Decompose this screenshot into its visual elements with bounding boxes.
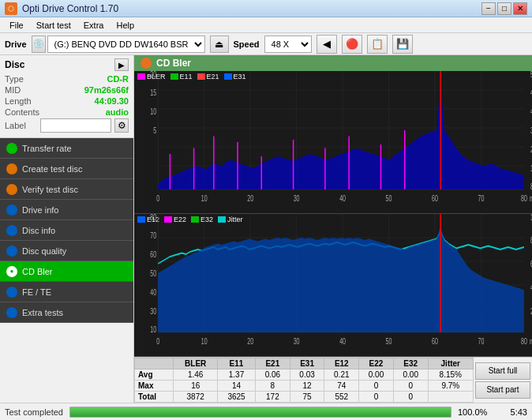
nav-label-create-test-disc: Create test disc xyxy=(22,164,82,174)
svg-text:50: 50 xyxy=(386,337,392,347)
chart-bottom: E12 E22 E32 Jitter xyxy=(134,214,532,357)
svg-text:50: 50 xyxy=(150,269,156,279)
svg-text:70: 70 xyxy=(478,194,485,204)
save-button[interactable]: 💾 xyxy=(392,35,413,54)
progress-bar-fill xyxy=(70,407,451,417)
nav-item-fe-te[interactable]: FE / TE xyxy=(0,282,133,302)
nav-icon-extra-tests xyxy=(6,307,17,318)
stats-avg-e31: 0.03 xyxy=(290,369,324,381)
svg-text:20: 20 xyxy=(150,71,156,79)
svg-text:40: 40 xyxy=(150,288,156,298)
bottom-chart-svg: 80 70 60 50 40 30 10 0 10 20 30 40 50 xyxy=(134,214,532,356)
nav-icon-disc-info xyxy=(6,225,17,236)
menu-start-test[interactable]: Start test xyxy=(30,20,77,31)
nav-icon-fe-te xyxy=(6,287,17,298)
svg-text:40: 40 xyxy=(339,194,346,204)
nav-item-drive-info[interactable]: Drive info xyxy=(0,200,133,220)
svg-text:0: 0 xyxy=(156,337,159,347)
stats-buttons: Start full Start part xyxy=(474,358,532,403)
nav-icon-verify-test-disc xyxy=(6,184,17,195)
stats-header-e31: E31 xyxy=(290,358,324,369)
start-part-button[interactable]: Start part xyxy=(475,381,530,399)
drive-type-icon: 💿 xyxy=(32,36,46,53)
minimize-button[interactable]: − xyxy=(481,2,496,15)
disc-mid-label: MID xyxy=(5,85,21,95)
status-percent: 100.0% xyxy=(458,407,489,417)
stats-header-e11: E11 xyxy=(218,358,256,369)
nav-label-drive-info: Drive info xyxy=(22,205,58,215)
svg-text:70: 70 xyxy=(150,231,156,241)
chart-title: CD Bler xyxy=(156,58,191,69)
stats-total-bler: 3872 xyxy=(174,392,218,403)
svg-text:10: 10 xyxy=(150,107,156,117)
menu-file[interactable]: File xyxy=(3,20,30,31)
stats-row-avg: Avg 1.46 1.37 0.06 0.03 0.21 0.00 0.00 8… xyxy=(135,369,474,381)
svg-text:0: 0 xyxy=(156,194,159,204)
disc-label-gear-button[interactable]: ⚙ xyxy=(114,118,129,133)
menu-help[interactable]: Help xyxy=(110,20,140,31)
erase-button[interactable]: 🔴 xyxy=(342,35,362,54)
disc-label-input[interactable] xyxy=(40,118,111,133)
svg-text:40: 40 xyxy=(339,337,346,347)
nav-item-verify-test-disc[interactable]: Verify test disc xyxy=(0,179,133,200)
eject-button[interactable]: ⏏ xyxy=(210,36,229,53)
stats-avg-e11: 1.37 xyxy=(218,369,256,381)
stats-row-max: Max 16 14 8 12 74 0 0 9.7% xyxy=(135,381,474,392)
nav-item-create-test-disc[interactable]: Create test disc xyxy=(0,159,133,179)
start-full-button[interactable]: Start full xyxy=(475,362,530,380)
close-button[interactable]: ✕ xyxy=(513,2,527,15)
stats-total-jitter xyxy=(428,392,473,403)
svg-text:20: 20 xyxy=(247,337,253,347)
svg-text:80: 80 xyxy=(150,214,156,222)
nav-label-disc-info: Disc info xyxy=(22,226,55,235)
disc-label-label: Label xyxy=(5,121,26,130)
svg-text:60: 60 xyxy=(150,250,156,260)
nav-label-extra-tests: Extra tests xyxy=(22,308,63,317)
nav-item-disc-info[interactable]: Disc info xyxy=(0,220,133,241)
speed-back-button[interactable]: ◀ xyxy=(317,35,337,54)
nav-item-extra-tests[interactable]: Extra tests xyxy=(0,302,133,323)
stats-total-label: Total xyxy=(135,392,174,403)
stats-total-e22: 0 xyxy=(359,392,394,403)
charts-wrapper: BLER E11 E21 E31 xyxy=(134,71,532,357)
stats-total-e11: 3625 xyxy=(218,392,256,403)
disc-expand-button[interactable]: ▶ xyxy=(114,58,129,71)
svg-text:50: 50 xyxy=(386,194,392,204)
stats-avg-e12: 0.21 xyxy=(324,369,359,381)
stats-avg-label: Avg xyxy=(135,369,174,381)
stats-total-e31: 75 xyxy=(290,392,324,403)
svg-marker-60 xyxy=(158,226,524,332)
svg-text:80: 80 xyxy=(521,337,527,347)
nav-item-disc-quality[interactable]: Disc quality xyxy=(0,241,133,261)
progress-bar-container xyxy=(69,407,451,418)
nav-label-cd-bler: CD Bler xyxy=(22,267,53,276)
svg-text:10: 10 xyxy=(201,194,208,204)
stats-header-bler: BLER xyxy=(174,358,218,369)
main-layout: Disc ▶ Type CD-R MID 97m26s66f Length 44… xyxy=(0,55,532,403)
svg-text:10: 10 xyxy=(150,325,156,335)
nav-item-cd-bler[interactable]: ● CD Bler xyxy=(0,261,133,282)
left-panel: Disc ▶ Type CD-R MID 97m26s66f Length 44… xyxy=(0,55,134,403)
stats-table: BLER E11 E21 E31 E12 E22 E32 Jitter Avg xyxy=(134,358,474,403)
disc-length-label: Length xyxy=(5,96,32,106)
drive-select[interactable]: (G:) BENQ DVD DD DW1640 BSRB xyxy=(47,36,205,53)
nav-icon-transfer-rate xyxy=(6,143,17,154)
stats-header-e12: E12 xyxy=(324,358,359,369)
svg-text:15: 15 xyxy=(150,88,156,98)
stats-max-bler: 16 xyxy=(174,381,218,392)
menu-extra[interactable]: Extra xyxy=(77,20,111,31)
status-bar: Test completed 100.0% 5:43 xyxy=(0,403,532,420)
stats-max-e31: 12 xyxy=(290,381,324,392)
disc-contents-value: audio xyxy=(106,107,129,117)
svg-text:30: 30 xyxy=(294,337,300,347)
stats-max-e21: 8 xyxy=(256,381,290,392)
drive-bar: Drive 💿 (G:) BENQ DVD DD DW1640 BSRB ⏏ S… xyxy=(0,33,532,55)
disc-mid-value: 97m26s66f xyxy=(84,85,129,95)
maximize-button[interactable]: □ xyxy=(497,2,511,15)
nav-item-transfer-rate[interactable]: Transfer rate xyxy=(0,138,133,159)
copy-button[interactable]: 📋 xyxy=(367,35,388,54)
svg-text:30: 30 xyxy=(150,307,156,317)
chart-title-icon xyxy=(140,58,152,69)
speed-select[interactable]: 48 X xyxy=(264,36,312,53)
top-chart-svg: 20 15 10 5 0 10 20 30 40 50 60 70 80 xyxy=(134,71,532,213)
